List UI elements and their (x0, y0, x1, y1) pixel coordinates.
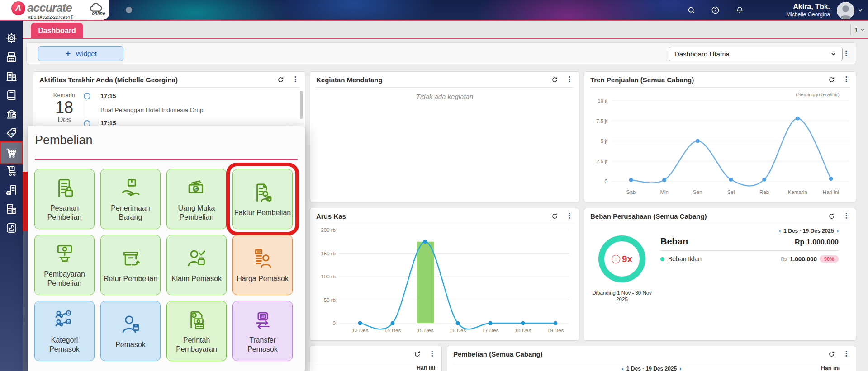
menu-tile-pemasok[interactable]: Pemasok (100, 301, 161, 361)
timeline-dot (84, 93, 90, 99)
sidebar-item-bank[interactable] (1, 104, 22, 123)
svg-text:17 Des: 17 Des (482, 328, 499, 333)
doc-person-icon (251, 181, 275, 205)
card-menu-icon[interactable]: ⋮ (566, 212, 573, 220)
svg-text:Sen: Sen (693, 189, 702, 195)
sidebar-item-report[interactable] (1, 218, 22, 237)
svg-text:5 jt: 5 jt (601, 138, 608, 144)
tag-icon: Rp (5, 127, 18, 139)
sidebar-item-tax[interactable]: TAX (1, 199, 22, 218)
today-label: Hari ini (417, 365, 435, 371)
toolbar-menu-icon[interactable]: ⋮ (842, 46, 850, 61)
sidebar-item-cashier[interactable] (1, 47, 22, 66)
user-menu-chevron-icon[interactable] (857, 7, 863, 14)
refresh-icon[interactable] (413, 350, 421, 358)
help-icon[interactable] (711, 6, 720, 14)
activity-time: 17:15 (100, 93, 116, 99)
prev-range-icon[interactable]: ‹ (621, 365, 623, 371)
app-screen: A accurate online v1.0.1#3502-2276934 []… (0, 0, 868, 371)
doc-pay-icon (185, 308, 209, 333)
svg-text:18 Des: 18 Des (515, 328, 531, 333)
menu-tile-perintah-pembayaran[interactable]: Perintah Pembayaran (166, 301, 227, 361)
plus-icon (65, 50, 71, 57)
tab-dashboard[interactable]: Dashboard (31, 23, 83, 39)
svg-text:15 Des: 15 Des (417, 328, 434, 333)
sidebar-item-settings[interactable] (1, 28, 22, 47)
activity-date-label: Kemarin (46, 92, 82, 99)
card-menu-icon[interactable]: ⋮ (843, 76, 850, 83)
compare-period: Dibanding 1 Nov - 30 Nov 2025 (588, 290, 656, 302)
cart-icon (5, 147, 18, 159)
sidebar-item-pricing[interactable]: Rp (1, 123, 22, 142)
date-range-nav: ‹ 1 Des - 19 Des 2025 › (779, 227, 839, 234)
card-cash-flow: Arus Kas ⋮ 200 rb150 rb100 rb50 rb013 De… (310, 208, 579, 341)
tile-label: Klaim Pemasok (171, 274, 222, 283)
svg-text:DP: DP (194, 188, 198, 191)
trolley-icon (5, 165, 18, 177)
refresh-icon[interactable] (551, 76, 559, 84)
timeline-line (86, 100, 86, 119)
menu-tile-pembayaran-pembelian[interactable]: Pembayaran Pembelian (34, 235, 95, 295)
tab-bar: Dashboard 1 (23, 21, 868, 39)
activity-text[interactable]: Buat Pelanggan Hotel Indonesia Grup (100, 107, 203, 113)
bell-icon[interactable] (735, 6, 744, 14)
dashboard-select[interactable]: Dashboard Utama (669, 47, 843, 61)
card-menu-icon[interactable]: ⋮ (566, 76, 573, 83)
menu-tile-transfer-pemasok[interactable]: RPTransfer Pemasok (232, 301, 293, 361)
next-range-icon[interactable]: › (837, 227, 839, 234)
card-menu-icon[interactable]: ⋮ (292, 76, 299, 83)
refresh-icon[interactable] (828, 76, 835, 84)
edge-segment (23, 231, 28, 371)
tile-label: Kategori Pemasok (36, 336, 93, 353)
menu-tile-penerimaan-barang[interactable]: Penerimaan Barang (100, 169, 161, 229)
card-title: Arus Kas (316, 212, 346, 220)
menu-tile-harga-pemasok[interactable]: RPHarga Pemasok (232, 235, 293, 295)
svg-text:19 Des: 19 Des (547, 328, 564, 333)
tab-counter-value: 1 (855, 27, 858, 33)
date-range-label: 1 Des - 19 Des 2025 (783, 228, 834, 234)
menu-tile-pesanan-pembelian[interactable]: Pesanan Pembelian (34, 169, 95, 229)
refresh-icon[interactable] (828, 350, 835, 358)
sidebar-item-inventory[interactable] (1, 161, 22, 180)
sidebar-item-journal[interactable] (1, 85, 22, 104)
avatar[interactable] (837, 2, 854, 19)
tile-icon-wrap (251, 181, 275, 205)
menu-tile-uang-muka-pembelian[interactable]: DPUang Muka Pembelian (166, 169, 227, 229)
refresh-icon[interactable] (277, 76, 285, 84)
tab-counter[interactable]: 1 (850, 24, 865, 35)
card-upcoming-events: Kegiatan Mendatang ⋮ Tidak ada kegiatan (310, 71, 579, 202)
sidebar-item-purchase[interactable] (1, 142, 22, 163)
tile-label: Faktur Pembelian (234, 208, 291, 217)
sidebar-item-company[interactable] (1, 66, 22, 85)
card-menu-icon[interactable]: ⋮ (843, 350, 850, 357)
app-version: v1.0.1#3502-2276934 [] (28, 14, 73, 19)
buildings-icon (5, 70, 18, 82)
card-menu-icon[interactable]: ⋮ (843, 212, 850, 220)
refresh-icon[interactable] (828, 212, 835, 220)
svg-text:2.5 jt: 2.5 jt (596, 159, 608, 164)
menu-tile-klaim-pemasok[interactable]: Klaim Pemasok (166, 235, 227, 295)
refresh-icon[interactable] (551, 212, 559, 220)
tile-icon-wrap: RP (251, 308, 275, 333)
sidebar-item-asset[interactable] (1, 180, 22, 199)
menu-tile-kategori-pemasok[interactable]: ABKategori Pemasok (34, 301, 95, 361)
edge-segment (23, 126, 28, 172)
empty-state-text: Tidak ada kegiatan (310, 93, 579, 100)
add-widget-button[interactable]: Widget (38, 46, 123, 61)
svg-text:7.5 jt: 7.5 jt (596, 118, 608, 124)
tile-icon-wrap (119, 176, 143, 201)
hand-box-icon (119, 176, 143, 201)
menu-tile-retur-pembelian[interactable]: Retur Pembelian (100, 235, 161, 295)
prev-range-icon[interactable]: ‹ (779, 227, 781, 234)
card-menu-icon[interactable]: ⋮ (428, 350, 436, 357)
divider (660, 250, 839, 251)
search-icon[interactable] (687, 6, 696, 14)
svg-text:14 Des: 14 Des (384, 328, 401, 333)
person-check-icon (185, 247, 209, 271)
next-range-icon[interactable]: › (679, 365, 681, 371)
card-sales-trend: Tren Penjualan (Semua Cabang) ⋮ (Semingg… (584, 71, 856, 202)
arrow-up-circle-icon: ↑ (612, 255, 620, 263)
menu-tile-faktur-pembelian[interactable]: Faktur Pembelian (232, 169, 293, 229)
expense-legend-row[interactable]: Beban Iklan Rp 1.000.000 90% (660, 255, 839, 263)
card-scrollbar[interactable] (300, 91, 303, 119)
